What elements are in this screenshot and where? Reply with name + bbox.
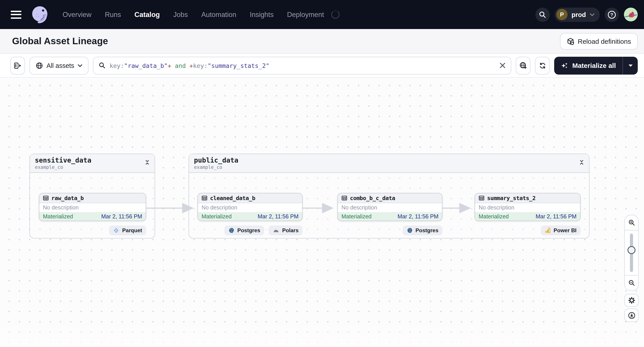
refresh-button[interactable]	[535, 56, 550, 74]
tag-row-summary-stats-2: Power BI	[474, 226, 580, 235]
asset-search-input[interactable]: key:"raw_data_b"+ and +key:"summary_stat…	[93, 56, 512, 74]
table-icon	[202, 195, 207, 201]
lineage-canvas[interactable]: sensitive_data example_co public_data ex…	[0, 78, 644, 347]
nav-item-automation[interactable]: Automation	[201, 10, 236, 18]
caret-down-icon	[628, 64, 632, 67]
group-repo: example_co	[35, 164, 149, 170]
zoom-control	[624, 215, 639, 291]
nav-item-runs[interactable]: Runs	[105, 10, 121, 18]
search-query-text: key:"raw_data_b"+ and +key:"summary_stat…	[110, 62, 496, 69]
zoom-in-icon	[628, 219, 635, 226]
page-header: Global Asset Lineage Reload definitions	[0, 29, 644, 54]
tag-power-bi[interactable]: Power BI	[540, 226, 580, 235]
asset-node-combo-b-c-data[interactable]: combo_b_c_data No description Materializ…	[338, 193, 442, 221]
lineage-toolbar: All assets key:"raw_data_b"+ and +key:"s…	[0, 54, 644, 78]
download-image-button[interactable]	[624, 309, 639, 322]
asset-description: No description	[39, 203, 146, 212]
power-bi-icon	[544, 227, 551, 234]
asset-node-summary-stats-2[interactable]: summary_stats_2 No description Materiali…	[474, 193, 580, 221]
group-repo: example_co	[194, 164, 584, 170]
status-badge: Materialized	[43, 213, 73, 220]
collapse-group-icon[interactable]	[144, 160, 150, 165]
asset-status-row: Materialized Mar 2, 11:56 PM	[475, 212, 580, 221]
table-icon	[342, 195, 347, 201]
nav-items: Overview Runs Catalog Jobs Automation In…	[62, 10, 340, 19]
zoom-slider[interactable]	[625, 230, 638, 275]
zoom-in-button[interactable]	[625, 215, 638, 230]
parquet-icon	[113, 227, 120, 234]
asset-node-raw-data-b[interactable]: raw_data_b No description Materialized M…	[39, 193, 146, 221]
group-header-sensitive-data[interactable]: sensitive_data example_co	[30, 154, 155, 173]
hamburger-menu-icon[interactable]	[11, 10, 22, 18]
close-icon	[500, 62, 506, 68]
clear-search-button[interactable]	[500, 62, 506, 68]
asset-filter-label: All assets	[46, 62, 74, 69]
search-button[interactable]	[536, 7, 550, 22]
materialize-all-button[interactable]: Materialize all	[554, 56, 622, 74]
help-button[interactable]: ?	[605, 7, 619, 22]
asset-status-row: Materialized Mar 2, 11:56 PM	[39, 212, 146, 221]
dagster-app: Overview Runs Catalog Jobs Automation In…	[0, 0, 644, 347]
tag-postgres[interactable]: Postgres	[402, 226, 442, 235]
canvas-bottom-fade	[0, 323, 644, 347]
globe-icon	[36, 62, 43, 69]
tag-row-raw-data-b: Parquet	[39, 226, 146, 235]
group-header-public-data[interactable]: public_data example_co	[189, 154, 589, 173]
asset-name: summary_stats_2	[487, 195, 536, 201]
reload-definitions-button[interactable]: Reload definitions	[560, 33, 638, 49]
nav-item-insights[interactable]: Insights	[250, 10, 274, 18]
materialize-all-label: Materialize all	[572, 62, 616, 69]
user-avatar[interactable]	[624, 7, 638, 21]
postgres-icon	[406, 227, 413, 234]
status-badge: Materialized	[342, 213, 372, 220]
nav-item-jobs[interactable]: Jobs	[173, 10, 188, 18]
materialization-timestamp[interactable]: Mar 2, 11:56 PM	[536, 213, 576, 220]
refresh-icon	[539, 62, 546, 69]
tag-label: Polars	[282, 227, 298, 234]
nav-item-catalog[interactable]: Catalog	[134, 10, 160, 18]
tag-row-combo-b-c-data: Postgres	[338, 226, 442, 235]
collapse-group-icon[interactable]	[579, 160, 584, 165]
panel-expand-icon	[14, 62, 22, 69]
asset-description: No description	[198, 203, 302, 212]
query-segment: +	[190, 62, 193, 69]
nav-item-deployment[interactable]: Deployment	[287, 10, 324, 18]
materialize-options-button[interactable]	[622, 56, 638, 74]
nav-item-overview[interactable]: Overview	[62, 10, 92, 18]
query-segment: and	[172, 62, 190, 69]
deployment-initial-badge: P	[556, 9, 568, 20]
tag-postgres[interactable]: Postgres	[224, 226, 264, 235]
zoom-slider-thumb[interactable]	[628, 246, 636, 254]
new-filter-button[interactable]	[516, 56, 531, 74]
dagster-logo-icon[interactable]	[30, 4, 50, 25]
tag-polars[interactable]: Polars	[269, 226, 302, 235]
search-icon	[539, 11, 546, 18]
query-segment: +	[168, 62, 171, 69]
query-segment: "raw_data_b"	[124, 62, 168, 69]
asset-node-cleaned-data-b[interactable]: cleaned_data_b No description Materializ…	[198, 193, 302, 221]
asset-filter-dropdown[interactable]: All assets	[30, 56, 88, 74]
chevron-down-icon	[78, 64, 82, 67]
materialization-timestamp[interactable]: Mar 2, 11:56 PM	[101, 213, 142, 220]
polars-icon	[273, 228, 280, 233]
open-side-panel-button[interactable]	[10, 56, 25, 74]
gear-icon	[628, 297, 635, 304]
reload-definitions-label: Reload definitions	[578, 37, 631, 45]
nav-right: P prod ?	[536, 7, 638, 22]
deployment-switcher[interactable]: P prod	[554, 7, 600, 22]
asset-status-row: Materialized Mar 2, 11:56 PM	[198, 212, 302, 221]
svg-text:?: ?	[610, 12, 614, 17]
status-badge: Materialized	[202, 213, 232, 220]
table-icon	[43, 195, 49, 201]
cube-reload-icon	[567, 37, 574, 45]
zoom-out-button[interactable]	[625, 275, 638, 290]
tag-label: Parquet	[122, 227, 142, 234]
query-segment: "summary_stats_2"	[208, 62, 269, 69]
table-icon	[479, 195, 484, 201]
question-circle-icon: ?	[607, 10, 616, 19]
tag-parquet[interactable]: Parquet	[109, 226, 146, 235]
materialization-timestamp[interactable]: Mar 2, 11:56 PM	[398, 213, 438, 220]
materialization-timestamp[interactable]: Mar 2, 11:56 PM	[258, 213, 298, 220]
asset-name: raw_data_b	[52, 195, 84, 201]
graph-settings-button[interactable]	[624, 294, 639, 307]
